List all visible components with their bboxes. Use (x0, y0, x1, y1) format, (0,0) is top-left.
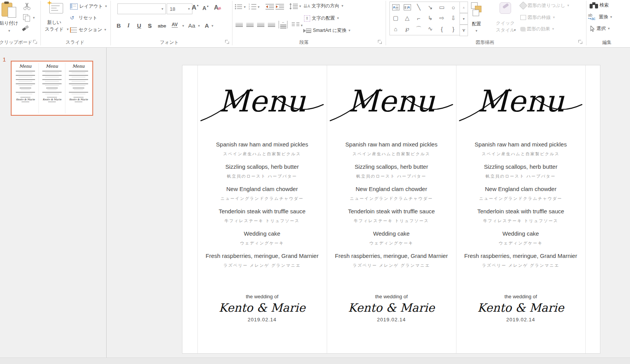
align-text-button[interactable]: ⇕ 文字の配置 ▼ (304, 15, 339, 22)
shape-arc[interactable]: ⌒ (413, 23, 424, 34)
shape-rectangle[interactable]: ▭ (436, 2, 448, 13)
group-separator (232, 1, 232, 45)
slide-thumbnail-1[interactable]: Menu Kento & Marie Menu Kento & Marie Me… (11, 61, 93, 116)
shape-triangle[interactable]: △ (401, 13, 413, 23)
character-spacing-arrow[interactable]: ▼ (182, 24, 185, 28)
distribute-text-button[interactable]: ↔ (279, 21, 287, 28)
copy-dropdown-arrow[interactable]: ▼ (32, 16, 35, 20)
font-size-combo[interactable]: 18▼ (167, 3, 192, 14)
paste-dropdown-arrow[interactable]: ▼ (8, 29, 11, 33)
decrease-indent-button[interactable] (266, 4, 274, 10)
menu-item: Wedding cakeウェディングケーキ (327, 230, 456, 246)
shape-textbox-horizontal[interactable]: A (390, 2, 401, 13)
numbering-button[interactable]: 123 (249, 3, 257, 10)
strikethrough-button[interactable]: abe (158, 23, 166, 29)
find-label: 検索 (600, 2, 609, 8)
shrink-font-button[interactable]: A▼ (202, 5, 209, 11)
replace-label: 置換 (599, 14, 608, 20)
replace-button[interactable]: ab ↪ac 置換 ▼ (588, 13, 613, 20)
shape-elbow-connector[interactable]: ⌐ (413, 13, 424, 23)
slide-canvas[interactable]: Menu Spanish raw ham and mixed picklesスペ… (182, 65, 600, 354)
align-right-button[interactable] (257, 22, 264, 29)
horizontal-scrollbar-area[interactable] (0, 357, 630, 364)
menu-panel-1[interactable]: Menu Spanish raw ham and mixed picklesスペ… (197, 65, 327, 353)
convert-smartart-button[interactable]: SmartArt に変換 ▼ (303, 27, 351, 34)
columns-button[interactable] (292, 22, 299, 27)
font-color-arrow[interactable]: ▼ (211, 24, 214, 28)
find-button[interactable]: 検索 (590, 2, 609, 8)
justify-button[interactable] (268, 22, 275, 29)
shape-fill-button[interactable]: 図形の塗りつぶし ▼ (520, 2, 570, 9)
shape-down-arrow[interactable]: ⇩ (448, 13, 459, 23)
wedding-of-label: the wedding of (327, 294, 456, 299)
layout-button[interactable]: レイアウト ▼ (70, 3, 107, 10)
shape-scribble[interactable]: ℘ (401, 23, 413, 34)
reset-button[interactable]: ↺ リセット (70, 15, 97, 21)
paste-button[interactable]: 貼り付け ▼ (0, 0, 22, 37)
copy-button[interactable] (23, 14, 28, 20)
drawing-dialog-launcher[interactable] (578, 40, 582, 44)
change-case-arrow[interactable]: ▼ (197, 24, 201, 28)
menu-panel-2[interactable]: Menu Spanish raw ham and mixed picklesスペ… (327, 65, 456, 353)
shape-right-brace[interactable]: } (448, 23, 459, 34)
bullets-button[interactable] (235, 4, 242, 10)
shape-effects-button[interactable]: 図形の効果 ▼ (520, 26, 555, 32)
new-slide-label-1: 新しい (42, 19, 66, 26)
paragraph-dialog-launcher[interactable] (378, 40, 382, 44)
shape-freeform[interactable]: ⌂ (390, 23, 401, 34)
format-painter-button[interactable] (22, 25, 28, 31)
bold-button[interactable]: B (117, 22, 121, 29)
cut-button[interactable] (23, 2, 31, 10)
shapes-gallery-more[interactable]: ▼ (460, 25, 468, 36)
shape-line[interactable]: ╲ (413, 2, 424, 13)
align-center-button[interactable] (246, 22, 254, 29)
thumbnail-panel-divider[interactable] (106, 48, 107, 364)
underline-button[interactable]: U (137, 22, 141, 29)
quick-styles-button[interactable]: クイック スタイル ▼ (493, 0, 517, 37)
menu-title-script: Menu (199, 74, 326, 128)
menu-item: Sizzling scallops, herb butter帆立貝のロースト ハ… (197, 163, 327, 179)
menu-item: Wedding cakeウェディングケーキ (456, 230, 585, 246)
reset-label: リセット (79, 15, 97, 21)
shape-outline-button[interactable]: 図形の枠線 ▼ (520, 14, 555, 21)
font-dialog-launcher[interactable] (225, 40, 229, 44)
shape-rounded-rectangle[interactable]: ▢ (390, 13, 401, 23)
font-name-combo[interactable]: ▼ (117, 3, 166, 14)
shape-arrow[interactable]: ↘ (424, 2, 436, 13)
select-button[interactable]: 選択 ▼ (590, 25, 610, 32)
shape-left-brace[interactable]: { (436, 23, 448, 34)
new-slide-button[interactable]: 新しい スライド ▼ (42, 0, 69, 37)
columns-arrow[interactable]: ▼ (300, 24, 303, 27)
shape-textbox-vertical[interactable]: A (401, 2, 413, 13)
text-shadow-button[interactable]: S (148, 22, 152, 29)
panel-guide-line (585, 65, 586, 353)
italic-button[interactable]: I (127, 22, 130, 29)
text-direction-label: 文字列の方向 (312, 3, 339, 9)
shape-oval[interactable]: ○ (448, 2, 459, 13)
increase-indent-button[interactable] (276, 4, 284, 10)
grow-font-button[interactable]: A▲ (192, 4, 199, 12)
section-button[interactable]: セクション ▼ (70, 27, 107, 33)
shapes-scroll-up[interactable]: ▲ (460, 2, 468, 13)
align-text-icon: ⇕ (304, 15, 310, 22)
line-spacing-button[interactable] (289, 3, 298, 10)
clipboard-group-label: クリップボード (0, 39, 37, 46)
menu-panel-3[interactable]: Menu Spanish raw ham and mixed picklesスペ… (456, 65, 585, 353)
smartart-label: SmartArt に変換 (313, 27, 346, 34)
bullets-arrow[interactable]: ▼ (243, 5, 246, 9)
shape-elbow-arrow-connector[interactable]: ↳ (424, 13, 436, 23)
align-left-button[interactable] (236, 22, 243, 29)
shapes-scroll-down[interactable]: ▼ (460, 13, 468, 25)
shape-curve[interactable]: ∿ (424, 23, 436, 34)
change-case-button[interactable]: Aa (188, 22, 195, 29)
font-color-button[interactable]: A (205, 22, 209, 29)
clipboard-dialog-launcher[interactable] (33, 40, 37, 44)
svg-text:Menu: Menu (219, 84, 306, 118)
text-direction-button[interactable]: ⇊A 文字列の方向 ▼ (303, 3, 344, 9)
shape-right-arrow[interactable]: ⇨ (436, 13, 448, 23)
character-spacing-button[interactable]: AV (172, 22, 178, 28)
line-spacing-arrow[interactable]: ▼ (299, 5, 302, 8)
numbering-arrow[interactable]: ▼ (257, 5, 260, 9)
clear-formatting-button[interactable]: A (214, 4, 221, 11)
arrange-button[interactable]: 配置 ▼ (468, 0, 485, 37)
